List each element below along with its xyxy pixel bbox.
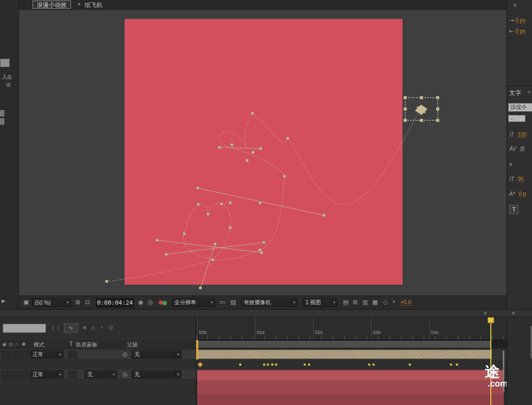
panel-menu-icon[interactable]: ≡: [528, 89, 530, 95]
collapsed-item[interactable]: [0, 110, 4, 117]
snapshot-icon[interactable]: ◉: [138, 299, 144, 306]
collapsed-panel-button[interactable]: [0, 59, 10, 67]
work-area-start-marker[interactable]: [196, 340, 198, 359]
always-preview-icon[interactable]: ▣: [23, 299, 29, 306]
keyframe-dot[interactable]: [239, 363, 242, 366]
watermark-text: .com: [488, 379, 507, 389]
zoom-dropdown[interactable]: (50 %)▾: [32, 298, 71, 307]
layer-2-duration-bar[interactable]: [197, 370, 504, 405]
mask-visibility-icon[interactable]: ⊡: [85, 299, 90, 306]
trkmat-cell[interactable]: [68, 371, 77, 378]
layer-switch-cell[interactable]: [1, 371, 8, 378]
shy-toggle-icon[interactable]: ✳: [82, 325, 87, 331]
layer-switch-cell[interactable]: [1, 351, 8, 358]
layer-row-1[interactable]: 正常▾ ◎ 无▾: [0, 350, 196, 359]
comp-tab-active[interactable]: 浪漫小动效: [33, 1, 71, 9]
draft3d-icon[interactable]: ⊙: [108, 325, 113, 331]
grid-guides-icon[interactable]: ⊞: [75, 299, 80, 306]
indent-right-value[interactable]: 0 px: [515, 28, 525, 35]
comp-miniflow-icon[interactable]: ≀: [52, 325, 54, 331]
camera-dropdown[interactable]: 有效摄像机▾: [241, 298, 297, 307]
work-area-bar[interactable]: [197, 341, 490, 348]
current-time-indicator-line[interactable]: [490, 317, 491, 405]
layer-switch-cell[interactable]: [22, 371, 29, 378]
pixel-aspect-icon[interactable]: ▤: [343, 299, 348, 306]
layer-row-2[interactable]: 正常▾ 无▾ ◎ 无▾: [0, 370, 196, 380]
paragraph-align-icon[interactable]: ≡: [514, 2, 517, 8]
baseline-shift-value[interactable]: 0 p: [518, 191, 526, 197]
collapsed-item[interactable]: [0, 118, 4, 125]
graph-editor-button[interactable]: ∿: [64, 323, 78, 333]
layer-1-duration-bar[interactable]: [197, 350, 492, 359]
layer-switch-cell[interactable]: [8, 351, 15, 358]
frame-blend-icon[interactable]: ◇: [91, 325, 95, 331]
font-size-value[interactable]: 100: [517, 132, 527, 138]
current-time-indicator-head[interactable]: [488, 317, 494, 323]
blend-mode-dropdown[interactable]: 正常▾: [30, 350, 63, 358]
indent-left-value[interactable]: 0 px: [515, 17, 525, 24]
keyframe-dot[interactable]: [408, 363, 411, 366]
keyframe-dot[interactable]: [267, 363, 269, 366]
t-column-label[interactable]: T: [69, 341, 73, 347]
keyframe-dot[interactable]: [456, 363, 458, 366]
keyframe-track[interactable]: [196, 360, 507, 370]
flowchart-icon[interactable]: ◇: [383, 299, 387, 306]
keyframe-dot[interactable]: [372, 363, 375, 366]
view-layout-dropdown[interactable]: 1 视图▾: [303, 298, 338, 307]
view-option-icon[interactable]: ▦: [372, 299, 378, 306]
blend-mode-dropdown[interactable]: 正常▾: [30, 370, 63, 378]
keyframe-diamond[interactable]: [198, 362, 203, 368]
comp-miniflow-icon[interactable]: ≀: [57, 325, 60, 331]
motion-blur-icon[interactable]: ◔: [100, 325, 103, 331]
timeline-menu-icon[interactable]: ≡: [484, 310, 487, 316]
expand-arrow-icon[interactable]: ▶: [2, 298, 5, 304]
show-channel-icon[interactable]: [159, 300, 168, 305]
font-style-dropdown[interactable]: -: [508, 115, 525, 122]
composition-viewer[interactable]: [19, 10, 507, 295]
keyframe-dot[interactable]: [450, 363, 452, 366]
timeline-search-field[interactable]: [3, 324, 46, 333]
parent-column-label[interactable]: 父级: [127, 341, 138, 349]
viewer-timecode[interactable]: 0:00:04:24: [96, 298, 134, 307]
layer-switch-cell[interactable]: [15, 351, 22, 358]
font-family-dropdown[interactable]: 汉仪小: [508, 103, 532, 112]
keyframe-dot[interactable]: [308, 363, 310, 366]
comp-canvas[interactable]: [125, 19, 403, 285]
view-option-icon[interactable]: ⊞: [353, 299, 358, 306]
parent-pickwhip-icon[interactable]: ◎: [122, 371, 128, 378]
work-area-row[interactable]: [196, 340, 507, 349]
selected-layer-shape: [415, 105, 427, 115]
trkmat-column-label[interactable]: 轨道蒙板: [76, 341, 98, 349]
trkmat-cell[interactable]: [68, 351, 77, 358]
transparency-grid-icon[interactable]: ▨: [230, 299, 236, 306]
fast-preview-icon[interactable]: ⚡: [392, 299, 396, 306]
layer-switch-cell[interactable]: [8, 371, 15, 378]
keyframe-dot[interactable]: [368, 363, 371, 366]
keyframe-dot[interactable]: [271, 363, 274, 366]
trkmat-dropdown[interactable]: 无▾: [85, 370, 117, 378]
show-snapshot-icon[interactable]: ◎: [148, 299, 153, 306]
layer-switch-cell[interactable]: [15, 371, 22, 378]
ruler-label: 00s: [199, 330, 207, 335]
resolution-dropdown[interactable]: 全分辨率▾: [172, 298, 215, 307]
parent-pickwhip-icon[interactable]: ◎: [122, 351, 128, 358]
mode-column-label[interactable]: 模式: [34, 341, 44, 349]
layer-switch-cell[interactable]: [22, 351, 29, 358]
timeline-track-area[interactable]: 00s01s02s03s04s 途 .com: [196, 317, 507, 405]
faux-bold-button[interactable]: T: [509, 205, 518, 214]
view-option-icon[interactable]: ▥: [362, 299, 368, 306]
kerning-value[interactable]: 度: [520, 146, 525, 152]
parent-dropdown[interactable]: 无▾: [132, 350, 181, 358]
parent-dropdown[interactable]: 无▾: [132, 370, 181, 378]
roi-icon[interactable]: ▭: [219, 299, 225, 306]
keyframe-dot[interactable]: [303, 363, 306, 366]
keyframe-dot[interactable]: [275, 363, 277, 366]
timeline-ruler[interactable]: 00s01s02s03s04s: [196, 317, 507, 340]
lock-column-icon: ✱: [22, 342, 26, 347]
vertical-scale-value[interactable]: 95: [518, 176, 524, 183]
exposure-value[interactable]: +0.0: [400, 299, 411, 306]
timeline-menu-icon[interactable]: ≡: [512, 310, 515, 316]
comp-tab-secondary[interactable]: 纸飞机: [85, 1, 102, 9]
ruler-label: 03s: [373, 330, 381, 335]
keyframe-dot[interactable]: [263, 363, 265, 366]
